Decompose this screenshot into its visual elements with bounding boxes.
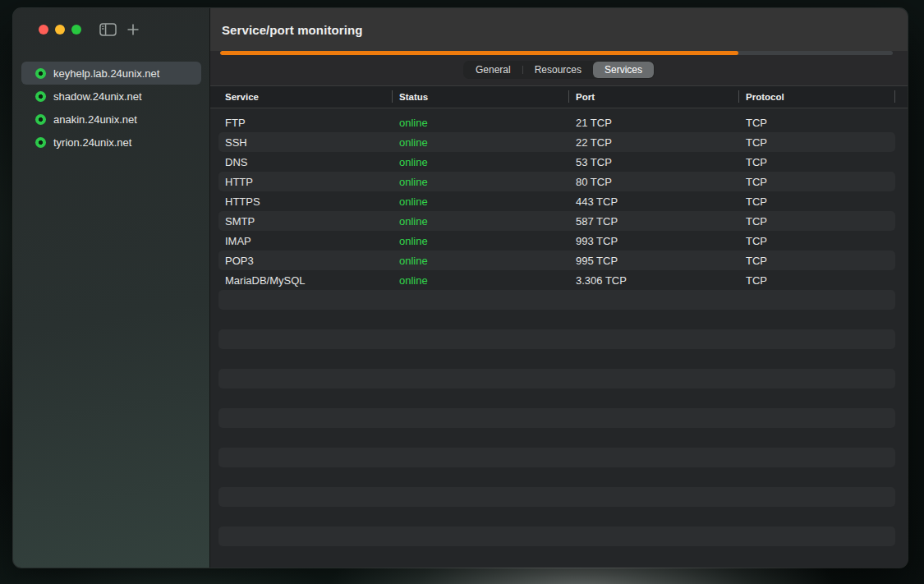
zoom-button[interactable] <box>71 25 81 34</box>
close-button[interactable] <box>39 25 48 34</box>
cell-protocol: TCP <box>739 195 895 208</box>
cell-status: online <box>393 156 569 168</box>
server-list-item[interactable]: keyhelp.lab.24unix.net <box>21 62 201 85</box>
table-row-empty <box>218 329 895 349</box>
table-row-empty <box>218 349 895 369</box>
title-bar: Service/port monitoring <box>210 8 908 51</box>
cell-protocol: TCP <box>739 176 895 188</box>
table-row[interactable]: MariaDB/MySQLonline3.306 TCPTCP <box>218 270 895 290</box>
cell-port: 3.306 TCP <box>569 274 739 287</box>
minimize-button[interactable] <box>55 25 65 34</box>
cell-service: SMTP <box>218 215 393 228</box>
cell-port: 80 TCP <box>569 176 739 188</box>
table-row-empty <box>218 467 895 487</box>
table-row[interactable]: POP3online995 TCPTCP <box>218 251 895 270</box>
cell-service: SSH <box>218 136 393 149</box>
cell-protocol: TCP <box>739 235 895 247</box>
tab-general[interactable]: General <box>464 62 522 78</box>
cell-status: online <box>393 136 569 149</box>
cell-service: HTTP <box>218 176 393 188</box>
tab-resources[interactable]: Resources <box>523 62 593 78</box>
window-controls <box>13 8 209 51</box>
tab-services[interactable]: Services <box>593 62 654 78</box>
cell-status: online <box>393 117 569 129</box>
server-list-item[interactable]: anakin.24unix.net <box>21 108 201 131</box>
table-row[interactable]: SSHonline22 TCPTCP <box>218 132 895 152</box>
table-row[interactable]: HTTPSonline443 TCPTCP <box>218 191 895 211</box>
table-row-empty <box>218 310 895 329</box>
table-body: FTPonline21 TCPTCPSSHonline22 TCPTCPDNSo… <box>210 108 908 568</box>
cell-service: HTTPS <box>218 195 393 208</box>
cell-service: FTP <box>218 117 393 129</box>
server-name: anakin.24unix.net <box>53 113 137 126</box>
table-row-empty <box>218 507 895 527</box>
table-row-empty <box>218 290 895 310</box>
cell-protocol: TCP <box>739 136 895 149</box>
server-name: shadow.24unix.net <box>53 90 142 103</box>
cell-port: 21 TCP <box>569 117 739 129</box>
table-row-empty <box>218 389 895 408</box>
server-list-item[interactable]: shadow.24unix.net <box>21 85 201 108</box>
server-name: tyrion.24unix.net <box>53 136 131 149</box>
server-status-icon <box>35 137 46 148</box>
column-header-service[interactable]: Service <box>218 86 393 108</box>
segmented-control: GeneralResourcesServices <box>463 61 655 79</box>
sidebar-toolbar <box>99 23 140 36</box>
table-row[interactable]: IMAPonline993 TCPTCP <box>218 231 895 251</box>
column-header-protocol[interactable]: Protocol <box>739 86 895 108</box>
table-row-empty <box>218 448 895 467</box>
add-server-button[interactable] <box>126 23 140 36</box>
cell-status: online <box>393 195 569 208</box>
table-row[interactable]: SMTPonline587 TCPTCP <box>218 211 895 231</box>
cell-service: POP3 <box>218 255 393 267</box>
tab-bar: GeneralResourcesServices <box>210 61 908 79</box>
cell-protocol: TCP <box>739 156 895 168</box>
page-title: Service/port monitoring <box>222 23 363 37</box>
cell-port: 995 TCP <box>569 255 739 267</box>
server-status-icon <box>35 91 46 102</box>
sidebar: keyhelp.lab.24unix.netshadow.24unix.neta… <box>13 8 209 568</box>
cell-port: 443 TCP <box>569 195 739 208</box>
server-status-icon <box>35 114 46 125</box>
table-row-empty <box>218 369 895 389</box>
cell-port: 993 TCP <box>569 235 739 247</box>
table-row-empty <box>218 408 895 428</box>
app-window: keyhelp.lab.24unix.netshadow.24unix.neta… <box>13 8 908 568</box>
cell-service: MariaDB/MySQL <box>218 274 393 287</box>
column-header-status[interactable]: Status <box>393 86 569 108</box>
cell-status: online <box>393 215 569 228</box>
table-row-empty <box>218 487 895 507</box>
table-row-empty <box>218 428 895 448</box>
table-row-empty <box>218 527 895 546</box>
cell-port: 587 TCP <box>569 215 739 228</box>
column-header-port[interactable]: Port <box>569 86 739 108</box>
table-header: ServiceStatusPortProtocol <box>210 86 908 108</box>
table-row-empty <box>218 546 895 566</box>
cell-status: online <box>393 255 569 267</box>
progress-bar <box>220 51 893 55</box>
table-row[interactable]: HTTPonline80 TCPTCP <box>218 172 895 191</box>
cell-port: 22 TCP <box>569 136 739 149</box>
server-list: keyhelp.lab.24unix.netshadow.24unix.neta… <box>13 62 209 154</box>
cell-status: online <box>393 274 569 287</box>
cell-protocol: TCP <box>739 255 895 267</box>
cell-service: DNS <box>218 156 393 168</box>
main-panel: Service/port monitoring GeneralResources… <box>210 8 908 568</box>
sidebar-toggle-icon[interactable] <box>99 23 117 36</box>
server-status-icon <box>35 68 46 79</box>
table-row[interactable]: DNSonline53 TCPTCP <box>218 152 895 172</box>
cell-port: 53 TCP <box>569 156 739 168</box>
server-list-item[interactable]: tyrion.24unix.net <box>21 131 201 154</box>
cell-status: online <box>393 176 569 188</box>
table-row[interactable]: FTPonline21 TCPTCP <box>218 113 895 132</box>
cell-protocol: TCP <box>739 215 895 228</box>
cell-protocol: TCP <box>739 274 895 287</box>
cell-service: IMAP <box>218 235 393 247</box>
cell-status: online <box>393 235 569 247</box>
cell-protocol: TCP <box>739 117 895 129</box>
progress-fill <box>220 51 738 55</box>
server-name: keyhelp.lab.24unix.net <box>53 67 159 80</box>
